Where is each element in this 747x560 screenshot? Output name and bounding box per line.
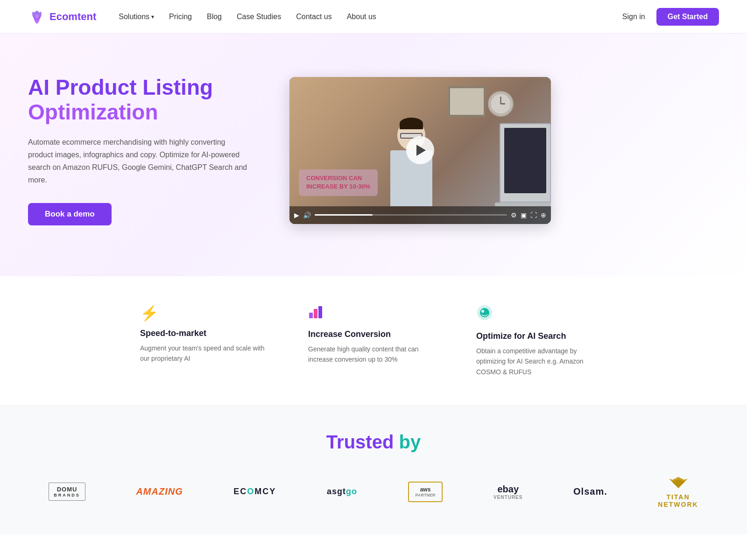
fullscreen-icon[interactable]: ⛶: [530, 211, 537, 219]
play-button[interactable]: [406, 136, 434, 164]
feature-speed: ⚡ Speed-to-market Augment your team's sp…: [140, 304, 271, 377]
trusted-section: Trusted by DOMUBRANDS AMAZING ECOMCY asg…: [0, 406, 747, 534]
get-started-button[interactable]: Get Started: [656, 8, 719, 26]
aws-partner-logo: awsPARTNER: [408, 482, 443, 502]
trusted-title: Trusted by: [28, 432, 719, 453]
hero-left: AI Product Listing Optimization Automate…: [28, 75, 252, 226]
trusted-title-word1: Trusted: [326, 432, 399, 452]
nav-about-us[interactable]: About us: [347, 13, 376, 21]
svg-rect-4: [309, 313, 313, 318]
video-right-controls: ⚙ ▣ ⛶ ⊕: [511, 211, 546, 219]
logo-icon: [28, 8, 46, 26]
titan-network-logo: TITANNETWORK: [658, 475, 698, 508]
nav-case-studies[interactable]: Case Studies: [237, 13, 281, 21]
video-progress-fill: [315, 214, 373, 216]
volume-icon[interactable]: 🔊: [303, 211, 311, 219]
feature-icon-ai: [476, 304, 607, 325]
nav-solutions[interactable]: Solutions ▾: [119, 13, 154, 21]
play-triangle-icon: [416, 145, 426, 156]
feature-icon-chart: [308, 304, 439, 323]
video-container: CONVERSION CANINCREASE BY 10-30% ▶ 🔊 ⚙ ▣…: [289, 77, 551, 224]
features-section: ⚡ Speed-to-market Augment your team's sp…: [0, 276, 747, 406]
conversion-badge: CONVERSION CANINCREASE BY 10-30%: [299, 169, 378, 196]
svg-point-9: [481, 310, 484, 313]
feature-desc-conversion: Generate high quality content that can i…: [308, 344, 439, 365]
feature-icon-lightning: ⚡: [140, 304, 271, 322]
hero-section: AI Product Listing Optimization Automate…: [0, 34, 747, 276]
brand-logos-row: DOMUBRANDS AMAZING ECOMCY asgtgo awsPART…: [28, 475, 719, 508]
svg-rect-6: [318, 306, 322, 318]
olsam-logo: Olsam.: [573, 486, 607, 497]
ecomcy-logo: ECOMCY: [233, 487, 276, 497]
theater-icon[interactable]: ⊕: [541, 211, 546, 219]
domu-brands-logo: DOMUBRANDS: [49, 483, 85, 501]
ebay-ventures-logo: ebay VENTURES: [493, 484, 522, 500]
asgtgo-logo: asgtgo: [327, 487, 357, 497]
case-studies-section: Case studies: [0, 534, 747, 560]
hero-description: Automate ecommerce merchandising with hi…: [28, 136, 252, 187]
amazing-logo: AMAZING: [136, 486, 183, 497]
mac-computer: [495, 123, 551, 206]
chevron-down-icon: ▾: [151, 14, 154, 20]
feature-title-speed: Speed-to-market: [140, 329, 271, 338]
pip-icon[interactable]: ▣: [521, 211, 527, 219]
logo-text: Ecomtent: [49, 11, 96, 23]
svg-rect-5: [314, 309, 317, 318]
trusted-title-word2: by: [399, 432, 421, 452]
hero-right: CONVERSION CANINCREASE BY 10-30% ▶ 🔊 ⚙ ▣…: [289, 77, 551, 224]
hero-title-line2: Optimization: [28, 100, 158, 124]
feature-conversion: Increase Conversion Generate high qualit…: [308, 304, 439, 377]
feature-ai-search: Optimize for AI Search Obtain a competit…: [476, 304, 607, 377]
feature-title-ai: Optimize for AI Search: [476, 331, 607, 341]
nav-contact-us[interactable]: Contact us: [296, 13, 331, 21]
nav-pricing[interactable]: Pricing: [169, 13, 192, 21]
settings-icon[interactable]: ⚙: [511, 211, 517, 219]
video-controls: ▶ 🔊 ⚙ ▣ ⛶ ⊕: [289, 206, 551, 224]
play-control-icon[interactable]: ▶: [294, 211, 299, 219]
nav-actions: Sign in Get Started: [622, 8, 719, 26]
hero-title-line1: AI Product Listing: [28, 75, 213, 99]
wall-clock: [488, 91, 514, 117]
svg-point-10: [486, 313, 487, 315]
hero-title: AI Product Listing Optimization: [28, 75, 252, 125]
nav-blog[interactable]: Blog: [207, 13, 222, 21]
nav-links: Solutions ▾ Pricing Blog Case Studies Co…: [119, 13, 622, 21]
svg-point-0: [35, 14, 39, 19]
feature-desc-ai: Obtain a competitive advantage by optimi…: [476, 346, 607, 377]
logo-link[interactable]: Ecomtent: [28, 8, 96, 26]
feature-title-conversion: Increase Conversion: [308, 329, 439, 339]
navbar: Ecomtent Solutions ▾ Pricing Blog Case S…: [0, 0, 747, 34]
book-demo-button[interactable]: Book a demo: [28, 203, 112, 225]
wall-picture: [448, 86, 486, 117]
signin-link[interactable]: Sign in: [622, 13, 645, 21]
feature-desc-speed: Augment your team's speed and scale with…: [140, 343, 271, 364]
video-progress-bar[interactable]: [315, 214, 507, 216]
